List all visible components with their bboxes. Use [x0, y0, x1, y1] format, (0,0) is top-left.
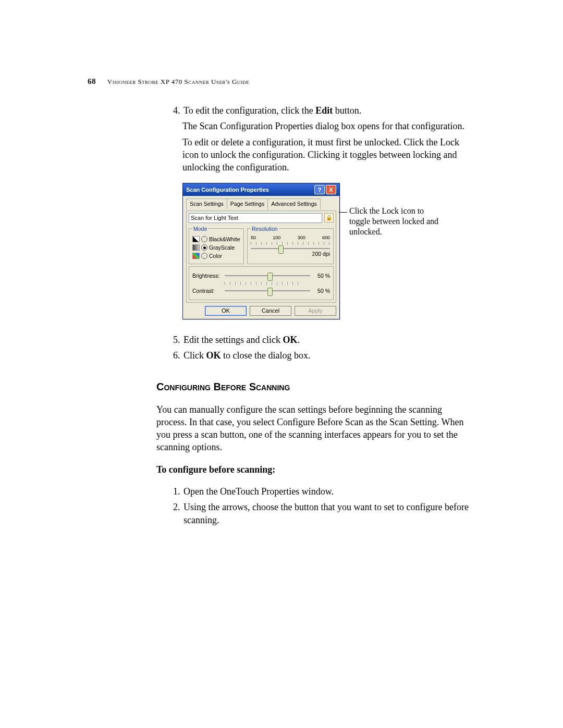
cancel-button[interactable]: Cancel: [250, 306, 291, 316]
page-number: 68: [88, 77, 96, 85]
mode-legend: Mode: [192, 225, 208, 232]
mode-group: Mode Black&White GrayScale: [189, 225, 244, 265]
bstep-1: Open the OneTouch Properties window.: [182, 485, 474, 498]
color-icon: [192, 253, 200, 259]
brightness-label: Brightness:: [192, 272, 222, 279]
step-4-para2: To edit or delete a configuration, it mu…: [182, 136, 474, 174]
resolution-thumb[interactable]: [278, 245, 284, 254]
tab-strip: Scan Settings Page Settings Advanced Set…: [186, 198, 336, 208]
gs-icon: [192, 244, 200, 251]
brightness-value: 50 %: [313, 272, 330, 279]
ok-button[interactable]: OK: [205, 306, 247, 316]
step-4-para1: The Scan Configuration Properties dialog…: [182, 120, 474, 132]
dialog-figure: Scan Configuration Properties ? X Scan S…: [182, 183, 474, 311]
contrast-label: Contrast:: [192, 287, 222, 294]
resolution-group: Resolution 50 100 300 600: [247, 225, 334, 265]
radio-color[interactable]: [201, 253, 207, 259]
tab-advanced-settings[interactable]: Advanced Settings: [267, 199, 321, 209]
mode-color[interactable]: Color: [192, 252, 240, 260]
mode-grayscale[interactable]: GrayScale: [192, 244, 240, 251]
close-button[interactable]: X: [326, 185, 336, 194]
brightness-thumb[interactable]: [267, 273, 273, 281]
lock-icon[interactable]: 🔒: [324, 213, 334, 223]
radio-bw[interactable]: [201, 236, 207, 242]
resolution-slider[interactable]: [251, 248, 330, 249]
contrast-value: 50 %: [313, 287, 330, 294]
subheading: To configure before scanning:: [156, 463, 474, 476]
callout-text: Click the Lock icon to toggle between lo…: [349, 206, 440, 237]
page-header: 68 Visioneer Strobe XP 470 Scanner User'…: [88, 77, 484, 86]
bw-icon: [192, 236, 200, 242]
step-5: Edit the settings and click OK.: [182, 334, 474, 346]
section-heading: Configuring Before Scanning: [156, 380, 474, 394]
callout-leader: [339, 212, 347, 213]
brightness-slider[interactable]: [225, 275, 310, 276]
resolution-legend: Resolution: [251, 225, 279, 232]
scan-config-dialog: Scan Configuration Properties ? X Scan S…: [182, 183, 340, 319]
help-button[interactable]: ?: [314, 185, 325, 194]
step-4: To edit the configuration, click the Edi…: [182, 104, 474, 117]
apply-button: Apply: [295, 306, 336, 316]
dialog-title: Scan Configuration Properties: [186, 186, 269, 194]
tab-scan-settings[interactable]: Scan Settings: [186, 199, 227, 209]
step-6: Click OK to close the dialog box.: [182, 349, 474, 362]
contrast-slider[interactable]: [225, 290, 310, 291]
dialog-titlebar[interactable]: Scan Configuration Properties ? X: [183, 183, 339, 196]
resolution-value: 200 dpi: [251, 250, 330, 257]
mode-bw[interactable]: Black&White: [192, 236, 240, 243]
config-name-input[interactable]: Scan for Light Text: [189, 213, 322, 223]
bstep-2: Using the arrows, choose the button that…: [182, 501, 474, 526]
section-intro: You can manually configure the scan sett…: [156, 403, 474, 454]
header-title: Visioneer Strobe XP 470 Scanner User's G…: [107, 78, 250, 85]
contrast-thumb[interactable]: [267, 288, 273, 296]
radio-grayscale[interactable]: [201, 244, 207, 251]
tab-page-settings[interactable]: Page Settings: [227, 199, 268, 209]
